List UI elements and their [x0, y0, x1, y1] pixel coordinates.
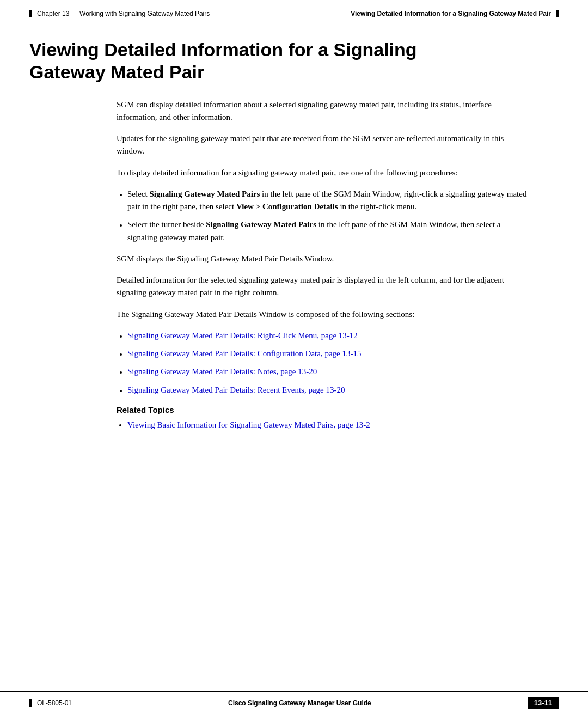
header-left: Chapter 13 Working with Signaling Gatewa…: [29, 10, 210, 17]
related-topics-section: Related Topics Viewing Basic Information…: [117, 405, 529, 431]
bullet-1-bold1: Signaling Gateway Mated Pairs: [149, 190, 260, 198]
footer-left: OL-5805-01: [29, 699, 72, 707]
footer-center: Cisco Signaling Gateway Manager User Gui…: [228, 699, 371, 707]
related-topic-link-1[interactable]: Viewing Basic Information for Signaling …: [127, 420, 370, 429]
bullet-2-prefix: Select the turner beside: [127, 220, 206, 229]
section-link-item-1: Signaling Gateway Mated Pair Details: Ri…: [127, 329, 529, 342]
header-chapter-title: Working with Signaling Gateway Mated Pai…: [79, 10, 210, 17]
paragraph-3: To display detailed information for a si…: [117, 167, 529, 179]
related-topic-item-1: Viewing Basic Information for Signaling …: [127, 419, 529, 431]
after-bullet-3: The Signaling Gateway Mated Pair Details…: [117, 308, 529, 321]
procedure-bullets: Select Signaling Gateway Mated Pairs in …: [127, 188, 529, 244]
footer-right: 13-11: [528, 697, 559, 709]
section-links-list: Signaling Gateway Mated Pair Details: Ri…: [127, 329, 529, 396]
header-right: Viewing Detailed Information for a Signa…: [351, 10, 559, 17]
footer-bar-icon: [29, 699, 32, 707]
bullet-2-bold1: Signaling Gateway Mated Pairs: [206, 220, 316, 229]
section-link-3[interactable]: Signaling Gateway Mated Pair Details: No…: [127, 367, 317, 376]
header-bar-right-icon: [556, 10, 559, 17]
section-link-2[interactable]: Signaling Gateway Mated Pair Details: Co…: [127, 349, 361, 358]
bullet-1-prefix: Select: [127, 190, 149, 198]
bullet-item-1: Select Signaling Gateway Mated Pairs in …: [127, 188, 529, 213]
page-title: Viewing Detailed Information for a Signa…: [29, 39, 559, 83]
related-topics-header: Related Topics: [117, 405, 529, 414]
header-right-title: Viewing Detailed Information for a Signa…: [351, 10, 551, 17]
footer-page-number: 13-11: [528, 697, 559, 709]
after-bullet-2: Detailed information for the selected si…: [117, 274, 529, 300]
section-link-4[interactable]: Signaling Gateway Mated Pair Details: Re…: [127, 386, 345, 394]
footer-guide-name: Cisco Signaling Gateway Manager User Gui…: [228, 699, 371, 707]
section-link-item-3: Signaling Gateway Mated Pair Details: No…: [127, 365, 529, 378]
paragraph-2: Updates for the signaling gateway mated …: [117, 132, 529, 158]
section-link-item-4: Signaling Gateway Mated Pair Details: Re…: [127, 384, 529, 396]
page-footer: OL-5805-01 Cisco Signaling Gateway Manag…: [0, 691, 588, 714]
bullet-1-suffix: in the right-click menu.: [338, 202, 417, 211]
footer-doc-id: OL-5805-01: [37, 699, 72, 707]
main-content: Viewing Detailed Information for a Signa…: [0, 22, 588, 448]
bullet-1-bold2: View > Configuration Details: [236, 202, 338, 211]
after-bullet-1: SGM displays the Signaling Gateway Mated…: [117, 253, 529, 265]
header-bar-icon: [29, 10, 32, 17]
related-topics-list: Viewing Basic Information for Signaling …: [127, 419, 529, 431]
page-header: Chapter 13 Working with Signaling Gatewa…: [0, 0, 588, 22]
section-link-1[interactable]: Signaling Gateway Mated Pair Details: Ri…: [127, 331, 358, 340]
paragraph-1: SGM can display detailed information abo…: [117, 99, 529, 124]
bullet-item-2: Select the turner beside Signaling Gatew…: [127, 218, 529, 244]
section-link-item-2: Signaling Gateway Mated Pair Details: Co…: [127, 347, 529, 360]
header-chapter-label: Chapter 13: [37, 10, 69, 17]
